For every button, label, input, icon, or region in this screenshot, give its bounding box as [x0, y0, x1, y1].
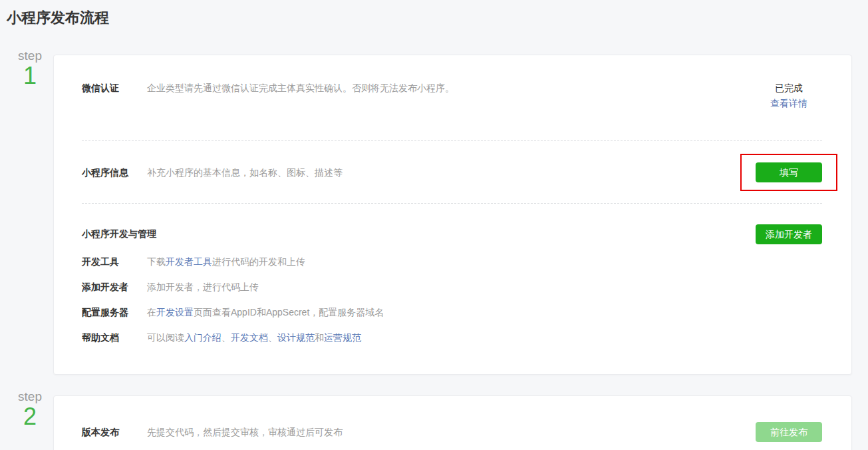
dev-tools-label: 开发工具	[82, 254, 147, 269]
add-developer-desc: 添加开发者，进行代码上传	[147, 280, 822, 294]
add-developer-label: 添加开发者	[82, 280, 147, 294]
cert-status-text: 已完成	[756, 81, 822, 96]
configure-server-label: 配置服务器	[82, 305, 147, 320]
step-2-word: step	[7, 389, 53, 404]
wechat-cert-desc: 企业类型请先通过微信认证完成主体真实性确认。否则将无法发布小程序。	[147, 81, 756, 95]
go-publish-button[interactable]: 前往发布	[756, 422, 822, 442]
page-title: 小程序发布流程	[7, 8, 852, 28]
view-details-link[interactable]: 查看详情	[756, 96, 822, 111]
configure-server-desc: 在开发设置页面查看AppID和AppSecret，配置服务器域名	[147, 305, 822, 320]
help-docs-desc: 可以阅读入门介绍、开发文档、设计规范和运营规范	[147, 330, 822, 345]
step-2-number: 2	[7, 404, 53, 429]
dev-tools-desc: 下载开发者工具进行代码的开发和上传	[147, 254, 822, 269]
dev-manage-section: 小程序开发与管理 添加开发者 开发工具 下载开发者工具进行代码的开发和上传 添加…	[82, 204, 822, 374]
desc-text: 在	[147, 307, 156, 318]
desc-text: 可以阅读	[147, 332, 184, 343]
step-2-indicator: step 2	[7, 389, 53, 450]
design-spec-link[interactable]: 设计规范	[277, 332, 315, 343]
fill-button[interactable]: 填写	[756, 162, 822, 182]
step-2-card: 版本发布 先提交代码，然后提交审核，审核通过后可发布 前往发布	[53, 395, 852, 450]
version-release-desc: 先提交代码，然后提交审核，审核通过后可发布	[147, 425, 756, 439]
wechat-cert-label: 微信认证	[82, 81, 147, 95]
intro-guide-link[interactable]: 入门介绍	[184, 332, 221, 343]
wechat-cert-row: 微信认证 企业类型请先通过微信认证完成主体真实性确认。否则将无法发布小程序。 已…	[82, 55, 822, 140]
mp-info-row: 小程序信息 补充小程序的基本信息，如名称、图标、描述等 填写	[82, 141, 822, 203]
mp-info-label: 小程序信息	[82, 165, 147, 180]
developer-tools-link[interactable]: 开发者工具	[166, 256, 212, 267]
dev-manage-action-area: 添加开发者	[756, 224, 822, 244]
add-developer-button[interactable]: 添加开发者	[756, 224, 822, 244]
step-1-card: 微信认证 企业类型请先通过微信认证完成主体真实性确认。否则将无法发布小程序。 已…	[53, 55, 852, 375]
operation-spec-link[interactable]: 运营规范	[324, 332, 361, 343]
step-1-indicator: step 1	[7, 49, 53, 375]
help-docs-row: 帮助文档 可以阅读入门介绍、开发文档、设计规范和运营规范	[82, 328, 822, 347]
dev-manage-header-row: 小程序开发与管理 添加开发者	[82, 224, 822, 245]
dev-tools-row: 开发工具 下载开发者工具进行代码的开发和上传	[82, 252, 822, 272]
page: 小程序发布流程 step 1 微信认证 企业类型请先通过微信认证完成主体真实性确…	[0, 0, 868, 450]
version-release-label: 版本发布	[82, 425, 147, 439]
desc-text: 添加开发者，进行代码上传	[147, 282, 259, 292]
version-release-row: 版本发布 先提交代码，然后提交审核，审核通过后可发布 前往发布	[82, 396, 822, 450]
desc-text: 进行代码的开发和上传	[212, 256, 305, 267]
desc-text: 和	[315, 332, 324, 343]
desc-text: 、	[268, 332, 277, 343]
version-release-action-area: 前往发布	[756, 422, 822, 442]
dev-manage-header: 小程序开发与管理	[82, 228, 156, 240]
help-docs-label: 帮助文档	[82, 330, 147, 345]
configure-server-row: 配置服务器 在开发设置页面查看AppID和AppSecret，配置服务器域名	[82, 302, 822, 322]
desc-text: 页面查看AppID和AppSecret，配置服务器域名	[194, 307, 384, 318]
dev-settings-link[interactable]: 开发设置	[156, 307, 194, 318]
step-1-block: step 1 微信认证 企业类型请先通过微信认证完成主体真实性确认。否则将无法发…	[7, 55, 852, 375]
mp-info-desc: 补充小程序的基本信息，如名称、图标、描述等	[147, 165, 756, 180]
wechat-cert-status-area: 已完成 查看详情	[756, 81, 822, 111]
dev-docs-link[interactable]: 开发文档	[231, 332, 268, 343]
step-1-number: 1	[7, 63, 53, 89]
desc-text: 下载	[147, 256, 166, 267]
mp-info-action-area: 填写	[756, 141, 822, 203]
step-2-block: step 2 版本发布 先提交代码，然后提交审核，审核通过后可发布 前往发布	[7, 395, 852, 450]
add-developer-row: 添加开发者 添加开发者，进行代码上传	[82, 277, 822, 297]
desc-text: 、	[221, 332, 231, 343]
steps-container: step 1 微信认证 企业类型请先通过微信认证完成主体真实性确认。否则将无法发…	[7, 55, 852, 450]
step-1-word: step	[7, 49, 53, 63]
